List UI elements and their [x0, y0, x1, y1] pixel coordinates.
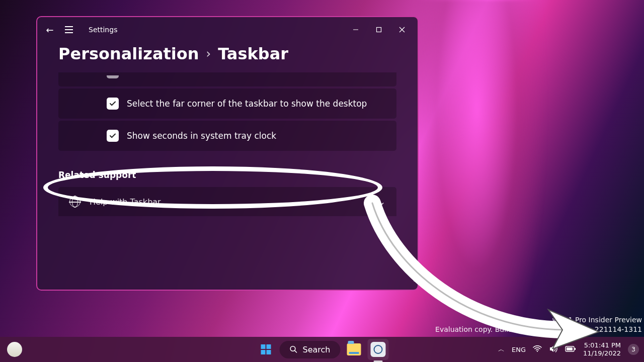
chevron-right-icon: › [206, 47, 211, 61]
windows-logo-icon [261, 344, 271, 354]
checkbox-partial [107, 75, 119, 78]
tray-overflow-button[interactable]: ︿ [498, 345, 505, 354]
checkbox-far-corner[interactable] [107, 98, 119, 110]
clock-date: 11/19/2022 [583, 349, 621, 357]
setting-far-corner[interactable]: Select the far corner of the taskbar to … [58, 88, 396, 119]
svg-rect-8 [575, 348, 576, 350]
setting-show-seconds[interactable]: Show seconds in system tray clock [58, 121, 396, 151]
watermark-line2: Evaluation copy. Build rerelease.221114-… [435, 325, 642, 335]
input-language[interactable]: ENG [512, 346, 526, 353]
start-button[interactable] [256, 339, 277, 360]
breadcrumb-parent[interactable]: Personalization [58, 44, 199, 63]
nav-menu-button[interactable] [60, 21, 77, 38]
folder-icon [347, 343, 361, 355]
file-explorer-button[interactable] [343, 339, 364, 360]
help-label: Help with Taskbar [90, 197, 161, 207]
setting-label: Select the far corner of the taskbar to … [127, 99, 367, 109]
gear-icon [370, 342, 385, 357]
svg-line-5 [295, 350, 297, 352]
clock-button[interactable]: 5:01:41 PM 11/19/2022 [583, 341, 621, 358]
breadcrumb: Personalization › Taskbar [37, 42, 418, 72]
breadcrumb-current: Taskbar [218, 44, 288, 63]
weather-widget-icon[interactable] [7, 342, 22, 357]
wifi-icon[interactable] [533, 345, 542, 354]
help-with-taskbar[interactable]: Help with Taskbar ⌄ [58, 187, 396, 216]
hamburger-icon [65, 26, 73, 33]
related-support-heading: Related support [58, 170, 396, 180]
clock-time: 5:01:41 PM [583, 341, 621, 349]
close-button[interactable] [390, 22, 414, 38]
setting-label: Show seconds in system tray clock [127, 131, 276, 141]
minimize-button[interactable] [344, 22, 367, 38]
search-label: Search [303, 345, 331, 354]
chevron-down-icon: ⌄ [379, 197, 385, 207]
taskbar: Search ︿ ENG 5:01:41 PM 11/19/2022 3 [0, 337, 644, 362]
system-tray: ︿ ENG 5:01:41 PM 11/19/2022 3 [498, 341, 639, 358]
battery-icon[interactable] [565, 345, 576, 354]
svg-rect-9 [567, 347, 573, 350]
app-title: Settings [89, 26, 117, 34]
settings-window: ← Settings Personalization › Taskbar Sel… [36, 16, 419, 291]
setting-row-partial [58, 72, 396, 86]
globe-icon [69, 196, 80, 207]
back-arrow-icon: ← [46, 25, 53, 35]
scrollbar-thumb[interactable] [414, 258, 416, 282]
settings-app-button[interactable] [367, 339, 388, 360]
notifications-button[interactable]: 3 [628, 344, 639, 355]
notif-count: 3 [631, 346, 635, 353]
search-icon [290, 345, 298, 353]
svg-point-6 [537, 350, 538, 351]
svg-rect-1 [377, 28, 381, 32]
volume-icon[interactable] [549, 345, 558, 354]
maximize-button[interactable] [367, 22, 390, 38]
titlebar: ← Settings [37, 17, 418, 42]
taskbar-search[interactable]: Search [280, 341, 341, 358]
watermark-line1: ws 11 Pro Insider Preview [435, 315, 642, 325]
desktop-watermark: ws 11 Pro Insider Preview Evaluation cop… [435, 315, 642, 335]
checkbox-show-seconds[interactable] [107, 130, 119, 142]
back-button[interactable]: ← [41, 21, 58, 38]
